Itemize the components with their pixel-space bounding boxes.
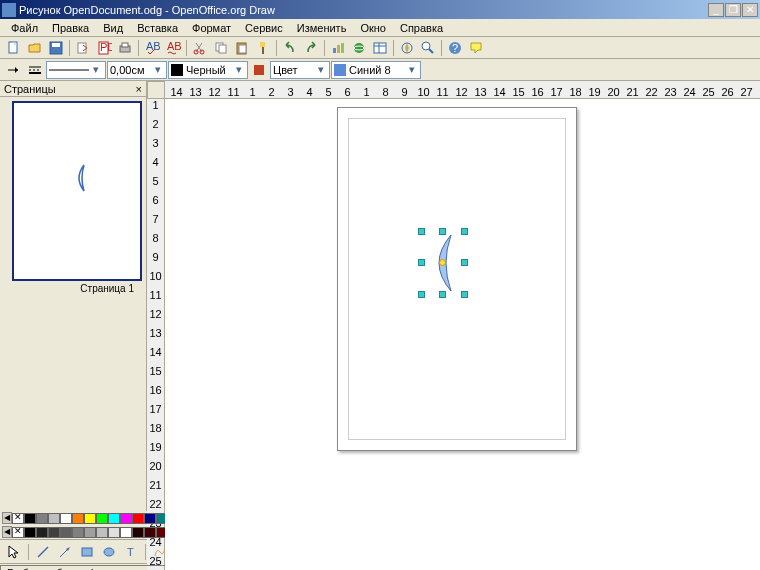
color-swatch[interactable] <box>108 513 120 524</box>
drawing-canvas[interactable] <box>165 99 760 570</box>
ellipse-tool[interactable] <box>99 542 119 562</box>
menu-Вид[interactable]: Вид <box>96 20 130 36</box>
menu-Справка[interactable]: Справка <box>393 20 450 36</box>
color-swatch[interactable] <box>144 513 156 524</box>
arrow-tool[interactable] <box>55 542 75 562</box>
no-fill-swatch[interactable] <box>12 513 24 524</box>
autospell-button[interactable]: ABC <box>163 38 183 58</box>
handle-n[interactable] <box>439 228 446 235</box>
main-area: Страницы × 1 Страница 1 1413121112345618… <box>0 81 760 511</box>
handle-center[interactable] <box>439 259 446 266</box>
svg-text:ABC: ABC <box>146 40 160 52</box>
page-thumbnail[interactable] <box>12 101 142 281</box>
menu-Правка[interactable]: Правка <box>45 20 96 36</box>
color-swatch[interactable] <box>96 527 108 538</box>
pdf-button[interactable]: PDF <box>94 38 114 58</box>
color-swatch[interactable] <box>84 527 96 538</box>
menu-Окно[interactable]: Окно <box>353 20 393 36</box>
color-swatch[interactable] <box>72 527 84 538</box>
handle-sw[interactable] <box>418 291 425 298</box>
chart-button[interactable] <box>328 38 348 58</box>
fill-type-combo[interactable]: Цвет▾ <box>270 61 330 79</box>
handle-nw[interactable] <box>418 228 425 235</box>
open-button[interactable] <box>25 38 45 58</box>
color-swatch[interactable] <box>108 527 120 538</box>
svg-rect-16 <box>260 42 265 47</box>
cut-button[interactable] <box>190 38 210 58</box>
color-swatch[interactable] <box>36 513 48 524</box>
line-color-combo[interactable]: Черный▾ <box>168 61 248 79</box>
spellcheck-button[interactable]: ABC <box>142 38 162 58</box>
color-swatch[interactable] <box>48 513 60 524</box>
handle-se[interactable] <box>461 291 468 298</box>
line-width-combo[interactable]: 0,00см▾ <box>107 61 167 79</box>
svg-text:?: ? <box>452 42 458 54</box>
arrow-style-button[interactable] <box>4 60 24 80</box>
print-button[interactable] <box>115 38 135 58</box>
app-icon <box>2 3 16 17</box>
menu-Изменить[interactable]: Изменить <box>290 20 354 36</box>
line-style-button[interactable] <box>25 60 45 80</box>
pages-panel-title: Страницы <box>4 83 56 95</box>
no-fill-swatch-2[interactable] <box>12 527 24 538</box>
color-swatch[interactable] <box>48 527 60 538</box>
svg-rect-18 <box>333 48 336 53</box>
ruler-horizontal[interactable]: 1413121112345618910111213141516171819202… <box>165 81 760 99</box>
svg-rect-13 <box>219 45 226 53</box>
handle-ne[interactable] <box>461 228 468 235</box>
svg-line-38 <box>60 549 68 557</box>
svg-line-28 <box>429 49 433 53</box>
color-swatch[interactable] <box>120 527 132 538</box>
close-button[interactable]: ✕ <box>742 3 758 17</box>
zoom-button[interactable] <box>418 38 438 58</box>
navigator-button[interactable] <box>397 38 417 58</box>
handle-s[interactable] <box>439 291 446 298</box>
undo-button[interactable] <box>280 38 300 58</box>
menu-Файл[interactable]: Файл <box>4 20 45 36</box>
select-tool[interactable] <box>4 542 24 562</box>
line-style-combo[interactable]: ▾ <box>46 61 106 79</box>
menu-Вставка[interactable]: Вставка <box>130 20 185 36</box>
color-swatch[interactable] <box>36 527 48 538</box>
ruler-vertical[interactable]: 1234567891011121314151617181920212223242… <box>147 99 165 570</box>
paste-button[interactable] <box>232 38 252 58</box>
format-brush-button[interactable] <box>253 38 273 58</box>
standard-toolbar: PDF ABC ABC ? <box>0 37 760 59</box>
color-swatch[interactable] <box>132 513 144 524</box>
text-tool[interactable]: T <box>121 542 141 562</box>
hyperlink-button[interactable] <box>349 38 369 58</box>
area-button[interactable] <box>249 60 269 80</box>
color-swatch[interactable] <box>60 527 72 538</box>
handle-w[interactable] <box>418 259 425 266</box>
handle-e[interactable] <box>461 259 468 266</box>
color-swatch[interactable] <box>24 527 36 538</box>
color-swatch[interactable] <box>120 513 132 524</box>
help-button[interactable]: ? <box>445 38 465 58</box>
color-swatch[interactable] <box>84 513 96 524</box>
copy-button[interactable] <box>211 38 231 58</box>
color-swatch[interactable] <box>24 513 36 524</box>
color-swatch[interactable] <box>60 513 72 524</box>
export-button[interactable] <box>73 38 93 58</box>
color-swatch[interactable] <box>72 513 84 524</box>
color-swatch[interactable] <box>132 527 144 538</box>
rectangle-tool[interactable] <box>77 542 97 562</box>
menu-Формат[interactable]: Формат <box>185 20 238 36</box>
new-button[interactable] <box>4 38 24 58</box>
svg-rect-0 <box>9 42 17 53</box>
color-swatch[interactable] <box>144 527 156 538</box>
restore-button[interactable]: ❐ <box>725 3 741 17</box>
palette-scroll-left[interactable]: ◀ <box>2 512 12 524</box>
menu-Сервис[interactable]: Сервис <box>238 20 290 36</box>
save-button[interactable] <box>46 38 66 58</box>
minimize-button[interactable]: _ <box>708 3 724 17</box>
whatsthis-button[interactable] <box>466 38 486 58</box>
redo-button[interactable] <box>301 38 321 58</box>
line-tool[interactable] <box>33 542 53 562</box>
pages-panel-close[interactable]: × <box>136 83 142 95</box>
palette2-scroll-left[interactable]: ◀ <box>2 526 12 538</box>
fill-color-combo[interactable]: Синий 8▾ <box>331 61 421 79</box>
color-swatch[interactable] <box>96 513 108 524</box>
table-button[interactable] <box>370 38 390 58</box>
selected-shape[interactable] <box>421 231 465 295</box>
